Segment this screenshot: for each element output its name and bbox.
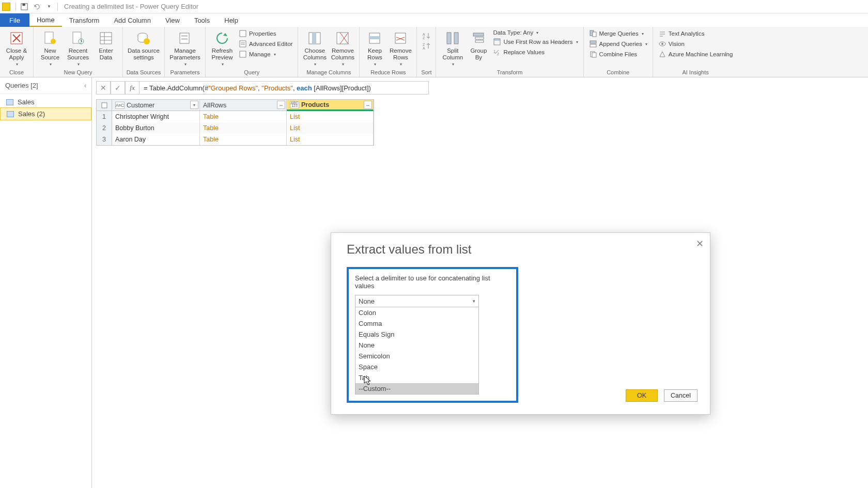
tab-help[interactable]: Help [217,13,245,27]
table-row[interactable]: 2 Bobby Burton Table List [97,122,374,134]
cell-products[interactable]: List [287,122,374,134]
expand-column-icon[interactable]: ↔ [364,101,372,109]
merge-queries-icon [589,29,597,38]
chevron-down-icon: ▾ [473,298,475,304]
filter-dropdown-icon[interactable]: ▾ [190,101,198,109]
cell-allrows[interactable]: Table [200,134,287,145]
cell-products[interactable]: List [287,134,374,145]
group-label-close: Close [3,68,30,77]
table-body: 1 Christopher Wright Table List 2 Bobby … [97,111,374,145]
collapse-pane-icon[interactable]: ‹ [84,82,86,89]
delimiter-selected-value: None [359,297,375,305]
text-analytics-button[interactable]: Text Analytics [656,29,735,38]
sort-asc-button[interactable]: AZ [420,31,432,40]
ribbon-group-query: Refresh Preview▾ Properties Advanced Edi… [206,27,298,77]
delimiter-option-none[interactable]: None [355,340,478,351]
manage-button[interactable]: Manage▾ [237,50,295,59]
cell-products[interactable]: List [287,111,374,122]
queries-header-label: Queries [2] [5,82,38,89]
delimiter-option-space[interactable]: Space [355,361,478,372]
ribbon: Close & Apply▾ Close New Source▾ Recent … [0,27,868,77]
delimiter-option-comma[interactable]: Comma [355,318,478,329]
column-header-allrows[interactable]: AllRows ↔ [200,100,287,111]
svg-rect-36 [494,39,500,41]
select-all-corner[interactable] [97,100,112,111]
tab-home[interactable]: Home [29,13,62,27]
new-source-button[interactable]: New Source▾ [37,28,64,67]
delimiter-option-colon[interactable]: Colon [355,307,478,318]
tab-tools[interactable]: Tools [187,13,217,27]
refresh-icon [214,30,230,46]
queries-header: Queries [2] ‹ [0,77,91,94]
replace-values-button[interactable]: 12Replace Values [491,48,580,57]
merge-queries-button[interactable]: Merge Queries▾ [587,29,649,38]
delimiter-option-custom[interactable]: --Custom-- [355,383,478,394]
table-row[interactable]: 3 Aaron Day Table List [97,134,374,145]
cell-allrows[interactable]: Table [200,111,287,122]
formula-text: each [297,84,312,92]
dialog-close-button[interactable]: ✕ [696,238,704,249]
group-by-button[interactable]: Group By [467,28,490,61]
sort-desc-button[interactable]: ZA [420,41,432,51]
choose-columns-button[interactable]: Choose Columns▾ [301,28,328,67]
delimiter-option-equals[interactable]: Equals Sign [355,329,478,340]
cancel-button[interactable]: Cancel [664,389,698,402]
enter-data-button[interactable]: Enter Data [92,28,119,61]
tab-file[interactable]: File [0,13,29,27]
remove-columns-button[interactable]: Remove Columns▾ [329,28,356,67]
advanced-editor-button[interactable]: Advanced Editor [237,39,295,49]
properties-label: Properties [249,30,276,37]
manage-parameters-label: Manage Parameters [169,48,200,61]
table-row[interactable]: 1 Christopher Wright Table List [97,111,374,122]
ok-button[interactable]: OK [626,389,658,402]
vision-button[interactable]: Vision [656,39,735,49]
title-bar: ▼ Creating a delimited list - Power Quer… [0,0,868,13]
data-type-button[interactable]: Data Type: Any▾ [491,29,580,36]
tab-view[interactable]: View [158,13,187,27]
properties-button[interactable]: Properties [237,29,295,38]
properties-icon [239,29,247,38]
first-row-headers-button[interactable]: Use First Row as Headers▾ [491,37,580,46]
replace-values-icon: 12 [493,48,501,56]
queries-list: Sales Sales (2) [0,94,91,122]
column-header-customer[interactable]: ABC Customer ▾ [112,100,200,111]
qat-save-icon[interactable] [19,1,30,12]
svg-rect-35 [475,40,484,42]
formula-input[interactable]: = Table.AddColumn(#"Grouped Rows", "Prod… [140,81,429,95]
qat-undo-icon[interactable] [31,1,42,12]
enter-data-label: Enter Data [99,48,113,61]
remove-rows-button[interactable]: Remove Rows▾ [388,28,413,67]
data-source-settings-button[interactable]: Data source settings [126,28,161,61]
expand-column-icon[interactable]: ↔ [277,101,285,109]
combine-files-button[interactable]: Combine Files [587,50,649,59]
split-column-button[interactable]: Split Column▾ [439,28,466,67]
svg-rect-45 [592,53,596,57]
query-item-sales[interactable]: Sales [0,96,91,108]
group-label-combine: Combine [587,68,649,77]
svg-rect-34 [475,37,484,39]
manage-parameters-button[interactable]: Manage Parameters▾ [168,28,202,67]
append-queries-button[interactable]: Append Queries▾ [587,39,649,49]
cell-allrows[interactable]: Table [200,122,287,134]
delimiter-combobox[interactable]: None ▾ [355,295,479,307]
delimiter-section-highlight: Select a delimiter to use for concatenat… [347,267,518,403]
qat-dropdown-icon[interactable]: ▼ [43,1,55,12]
svg-rect-41 [593,32,596,37]
tab-add-column[interactable]: Add Column [106,13,158,27]
close-apply-button[interactable]: Close & Apply▾ [3,28,30,67]
keep-rows-button[interactable]: Keep Rows▾ [363,28,386,67]
choose-columns-label: Choose Columns [303,48,327,61]
query-item-sales-2[interactable]: Sales (2) [0,107,91,120]
recent-sources-button[interactable]: Recent Sources▾ [65,28,91,67]
delimiter-option-tab[interactable]: Tab [355,372,478,383]
formula-fx-button[interactable]: fx [125,81,140,95]
delimiter-option-semicolon[interactable]: Semicolon [355,351,478,361]
formula-commit-button[interactable]: ✓ [111,81,125,95]
svg-rect-23 [337,33,348,44]
azure-ml-button[interactable]: Azure Machine Learning [656,50,735,59]
tab-transform[interactable]: Transform [62,13,107,27]
group-label-ai: AI Insights [656,68,735,77]
formula-cancel-button[interactable]: ✕ [96,81,111,95]
column-header-products[interactable]: ABC123 Products ↔ [287,100,374,111]
refresh-preview-button[interactable]: Refresh Preview▾ [209,28,236,67]
